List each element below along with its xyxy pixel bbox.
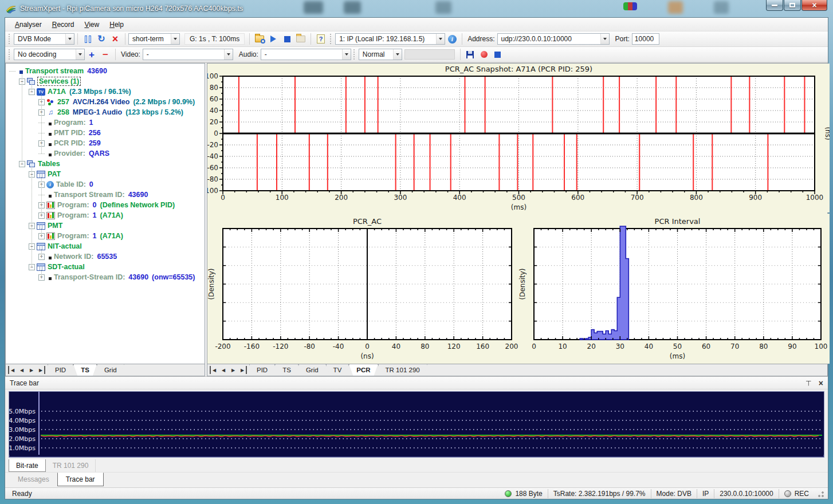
menu-record[interactable]: Record — [47, 19, 80, 30]
gt-settings-label[interactable]: G: 1s , T: 100ms — [184, 33, 245, 45]
tab-pid[interactable]: PID — [48, 364, 73, 376]
chevron-down-icon[interactable] — [600, 34, 609, 44]
tab-nav-next-button[interactable]: ▶ — [27, 366, 36, 374]
tree-item[interactable]: Transport Stream ID:43690 — [6, 190, 205, 200]
svg-text:1000: 1000 — [806, 194, 824, 202]
tree-item[interactable]: PMT PID:256 — [6, 128, 205, 138]
remove-decoder-button[interactable]: − — [99, 48, 112, 61]
tree-item[interactable]: +Program:1(A71A) — [6, 210, 205, 220]
tree-item[interactable]: Provider:QARS — [6, 148, 205, 159]
dock-tab-messages[interactable]: Messages — [10, 472, 57, 486]
tab-nav-next-button[interactable]: ▶ — [229, 366, 237, 374]
tree-item[interactable]: +Program:0(Defines Network PID) — [6, 200, 205, 210]
menu-analyser[interactable]: Analyser — [10, 19, 47, 30]
chevron-down-icon[interactable] — [171, 34, 179, 44]
maximize-button[interactable] — [784, 0, 801, 11]
decoding-combobox[interactable]: No decoding — [14, 49, 85, 60]
pause-button[interactable] — [81, 33, 94, 45]
address-combobox[interactable]: udp://230.0.0.10:10000 — [497, 33, 610, 45]
close-button[interactable]: × — [801, 0, 827, 11]
tab-nav-prev-button[interactable]: ◀ — [18, 366, 26, 374]
port-input[interactable] — [632, 33, 659, 45]
chevron-down-icon[interactable] — [76, 49, 84, 60]
toolbar-grip[interactable] — [9, 49, 11, 60]
tree-guide-line — [22, 74, 22, 164]
trace-tab-bit-rate[interactable]: Bit-rate — [9, 459, 46, 472]
tree-item[interactable]: +Transport-Stream ID:43690(onw=65535) — [6, 272, 205, 282]
folder-search-icon — [255, 36, 264, 42]
refresh-button[interactable]: ↻ — [95, 33, 108, 45]
input-info-button[interactable]: i — [446, 33, 458, 45]
tab-ts[interactable]: TS — [275, 364, 298, 376]
resize-grip[interactable] — [816, 490, 824, 498]
tab-ts[interactable]: TS — [73, 364, 97, 376]
tree-item[interactable]: Program:1 — [6, 117, 205, 128]
mode-combobox[interactable]: DVB Mode — [14, 33, 74, 45]
tab-nav-last-button[interactable]: ▶ — [37, 366, 45, 374]
toolbar-grip[interactable] — [330, 34, 333, 44]
dock-tab-trace-bar[interactable]: Trace bar — [57, 472, 104, 486]
tab-grid[interactable]: Grid — [97, 364, 124, 376]
tree-item[interactable]: −NIT-actual — [6, 241, 205, 251]
trace-tab-tr-101-290[interactable]: TR 101 290 — [46, 459, 96, 472]
tree-item-text: 43690 — [128, 273, 148, 281]
tree-item[interactable]: −PMT — [6, 220, 205, 231]
tree-item[interactable]: −TVA71A(2.3 Mbps / 96.1%) — [6, 86, 205, 97]
tree-item[interactable]: −SDT-actual — [6, 262, 205, 272]
chevron-down-icon[interactable] — [342, 49, 351, 60]
video-combobox[interactable]: - — [143, 49, 233, 60]
tab-nav-first-button[interactable]: ◀ — [8, 366, 16, 374]
play-button[interactable] — [267, 33, 280, 45]
help-button[interactable]: ? — [315, 33, 327, 45]
tab-nav-last-button[interactable]: ▶ — [239, 366, 247, 374]
tree-item[interactable]: +Program:1(A71A) — [6, 231, 205, 241]
tree-item[interactable]: −Tables — [6, 159, 205, 169]
menu-help[interactable]: Help — [104, 19, 129, 30]
tab-nav-first-button[interactable]: ◀ — [210, 366, 218, 374]
tree-item[interactable]: −PAT — [6, 169, 205, 179]
open-file-button[interactable] — [294, 33, 307, 45]
term-combobox[interactable]: short-term — [128, 33, 180, 45]
speed-combobox[interactable]: Normal — [359, 49, 402, 60]
chevron-down-icon[interactable] — [393, 49, 402, 60]
chevron-down-icon[interactable] — [224, 49, 233, 60]
tree-item-text: PCR PID: — [54, 139, 85, 147]
pin-icon[interactable]: ⊥ — [806, 379, 811, 387]
tree-item[interactable]: +♫258MPEG-1 Audio(123 kbps / 5.2%) — [6, 107, 205, 117]
chevron-down-icon[interactable] — [65, 34, 74, 44]
browse-stream-button[interactable] — [253, 33, 266, 45]
tree-item-text: (onw=65535) — [152, 273, 195, 281]
svg-text:40: 40 — [645, 342, 653, 351]
tab-tv[interactable]: TV — [326, 364, 349, 376]
menu-view[interactable]: View — [79, 19, 104, 30]
tab-grid[interactable]: Grid — [298, 364, 326, 376]
tab-pcr[interactable]: PCR — [349, 364, 378, 376]
tree-item[interactable]: +iTable ID:0 — [6, 179, 205, 190]
tab-nav-prev-button[interactable]: ◀ — [219, 366, 227, 374]
minimize-button[interactable] — [766, 0, 783, 11]
stop-button[interactable] — [281, 33, 293, 45]
save-button[interactable] — [464, 48, 477, 61]
svg-text:60: 60 — [702, 342, 710, 351]
clear-button[interactable]: × — [109, 33, 121, 45]
chevron-down-icon[interactable] — [436, 34, 445, 44]
tree-item[interactable]: +PCR PID:259 — [6, 138, 205, 148]
status-tsrate: TsRate: 2.382.191bps / 99.7% — [548, 489, 651, 498]
input-select-combobox[interactable]: 1: IP (Local IP: 192.168.1.5) — [335, 33, 445, 45]
audio-combobox[interactable]: - — [261, 49, 351, 60]
toolbar-grip[interactable] — [9, 34, 11, 44]
tab-pid[interactable]: PID — [249, 364, 275, 376]
toolbar-grip[interactable] — [353, 49, 356, 60]
record-button[interactable] — [478, 48, 490, 61]
tree-item[interactable]: +Network ID:65535 — [6, 251, 205, 262]
stop-record-button[interactable] — [492, 48, 504, 61]
glass-reflection — [714, 1, 729, 14]
tab-tr-101-290[interactable]: TR 101 290 — [378, 364, 427, 376]
add-decoder-button[interactable]: + — [85, 48, 98, 61]
close-panel-icon[interactable]: × — [819, 379, 823, 388]
titlebar: StreamXpert - Rpi piCamera son micro H26… — [0, 0, 833, 17]
tree-item[interactable]: +257AVC/H.264 Video(2.2 Mbps / 90.9%) — [6, 97, 205, 107]
tree-item[interactable]: −Services (1) — [6, 76, 205, 86]
stop-icon — [494, 52, 501, 58]
tree-item[interactable]: Transport stream43690 — [6, 66, 205, 76]
